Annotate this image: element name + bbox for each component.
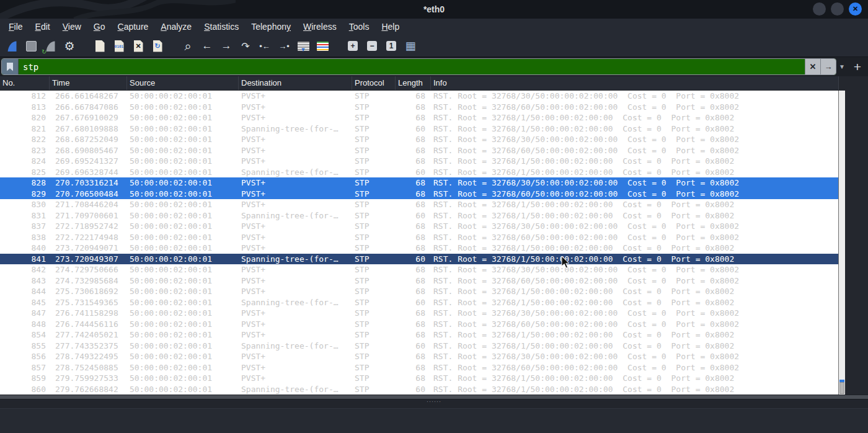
packet-row-857[interactable]: 857278.75245088550:00:00:02:00:01PVST+ST… [0,362,839,373]
packet-row-830[interactable]: 830271.70844620450:00:00:02:00:01PVST+ST… [0,199,839,210]
display-filter-input[interactable] [19,62,805,72]
reload-file-button[interactable]: ↻ [149,38,166,54]
display-filter-field: ✕ → [1,58,836,75]
cell-source: 50:00:00:02:00:01 [127,91,239,102]
column-header-destination[interactable]: Destination [239,76,352,90]
cell-info: RST. Root = 32768/1/50:00:00:02:00:00 Co… [431,373,839,384]
packet-row-840[interactable]: 840273.72094907150:00:00:02:00:01PVST+ST… [0,243,839,254]
menu-edit[interactable]: Edit [29,19,56,35]
splitter-handle[interactable]: ······ [0,399,868,404]
cell-source: 50:00:00:02:00:01 [127,199,239,210]
packet-row-842[interactable]: 842274.72975066650:00:00:02:00:01PVST+ST… [0,264,839,275]
cell-length: 60 [396,384,431,395]
packet-row-820[interactable]: 820267.67691002950:00:00:02:00:01PVST+ST… [0,112,839,123]
packet-row-855[interactable]: 855277.74335237550:00:00:02:00:01Spannin… [0,341,839,352]
packet-row-825[interactable]: 825269.69632874450:00:00:02:00:01Spannin… [0,167,839,178]
cell-destination: Spanning-tree-(for-… [239,297,352,308]
menu-go[interactable]: Go [87,19,112,35]
packet-row-828[interactable]: 828270.70331621450:00:00:02:00:01PVST+ST… [0,177,839,189]
zoom-100-button[interactable]: 1 [383,38,399,54]
packet-row-843[interactable]: 843274.73298568450:00:00:02:00:01PVST+ST… [0,275,839,287]
menu-help[interactable]: Help [375,19,405,35]
packet-row-812[interactable]: 812266.66164826750:00:00:02:00:01PVST+ST… [0,91,839,102]
packet-row-829[interactable]: 829270.70650048450:00:00:02:00:01PVST+ST… [0,189,839,200]
column-header-protocol[interactable]: Protocol [352,76,396,90]
column-header-length[interactable]: Length [396,76,431,90]
menu-analyze[interactable]: Analyze [154,19,198,35]
cell-no: 813 [0,102,50,113]
packet-row-860[interactable]: 860279.76266884250:00:00:02:00:01Spannin… [0,384,839,395]
menu-view[interactable]: View [56,19,87,35]
menu-wireless[interactable]: Wireless [297,19,343,35]
cell-source: 50:00:00:02:00:01 [127,189,239,200]
next-packet-button[interactable]: →• [276,38,292,54]
packet-row-822[interactable]: 822268.68725204950:00:00:02:00:01PVST+ST… [0,134,839,145]
autoscroll-button[interactable]: ▼ [295,38,311,54]
start-capture-button[interactable] [4,38,20,54]
open-file-button[interactable] [92,38,108,54]
filter-clear-button[interactable]: ✕ [805,59,820,74]
packet-row-854[interactable]: 854277.74240502150:00:00:02:00:01PVST+ST… [0,329,839,341]
cell-length: 60 [396,123,431,135]
go-forward-button[interactable]: → [218,38,234,54]
packet-row-859[interactable]: 859279.75992753350:00:00:02:00:01PVST+ST… [0,373,839,384]
go-to-packet-button[interactable]: ↷ [237,38,254,54]
packet-row-841[interactable]: 841273.72094930750:00:00:02:00:01Spannin… [0,254,839,265]
packet-row-831[interactable]: 831271.70970060150:00:00:02:00:01Spannin… [0,210,839,221]
filter-add-button[interactable]: + [851,60,864,74]
menu-telephony[interactable]: Telephony [245,19,297,35]
packet-row-838[interactable]: 838272.72217494850:00:00:02:00:01PVST+ST… [0,232,839,243]
vertical-scrollbar[interactable] [838,91,845,395]
column-header-no[interactable]: No. [0,76,50,90]
packet-row-848[interactable]: 848276.74445611650:00:00:02:00:01PVST+ST… [0,319,839,330]
packet-row-823[interactable]: 823268.69080546750:00:00:02:00:01PVST+ST… [0,145,839,156]
zoom-in-button[interactable]: + [345,38,361,54]
cell-time: 278.752450885 [50,362,127,373]
previous-packet-button[interactable]: •← [257,38,273,54]
zoom-out-button[interactable]: − [364,38,380,54]
filter-bookmark-button[interactable] [2,59,19,74]
cell-time: 277.743352375 [50,341,127,352]
minimize-button[interactable] [813,2,826,16]
menu-capture[interactable]: Capture [112,19,155,35]
capture-options-button[interactable]: ⚙ [61,38,78,54]
column-header-info[interactable]: Info [431,76,839,90]
menu-statistics[interactable]: Statistics [198,19,245,35]
menu-file[interactable]: File [2,19,29,35]
scrollbar-thumb[interactable] [839,382,844,394]
column-header-time[interactable]: Time [50,76,127,90]
close-button[interactable]: ✕ [849,2,862,16]
go-back-button[interactable]: ← [199,38,215,54]
cell-protocol: STP [352,308,396,319]
cell-length: 68 [396,102,431,113]
packet-row-813[interactable]: 813266.66784708650:00:00:02:00:01PVST+ST… [0,102,839,113]
restart-capture-button[interactable]: ↻ [42,38,58,54]
resize-columns-button[interactable]: ▦ [402,38,418,54]
cell-time: 271.709700601 [50,210,127,221]
cell-no: 828 [0,177,50,189]
packet-row-837[interactable]: 837272.71895274250:00:00:02:00:01PVST+ST… [0,221,839,232]
column-header-source[interactable]: Source [127,76,239,90]
cell-protocol: STP [352,275,396,287]
close-file-button[interactable]: ✕ [130,38,146,54]
packet-row-847[interactable]: 847276.74115829850:00:00:02:00:01PVST+ST… [0,308,839,319]
packet-row-845[interactable]: 845275.73154936550:00:00:02:00:01Spannin… [0,297,839,308]
cell-info: RST. Root = 32768/1/50:00:00:02:00:00 Co… [431,243,839,254]
packet-row-824[interactable]: 824269.69524132750:00:00:02:00:01PVST+ST… [0,156,839,167]
packet-row-844[interactable]: 844275.73061869250:00:00:02:00:01PVST+ST… [0,286,839,297]
packet-row-856[interactable]: 856278.74932249550:00:00:02:00:01PVST+ST… [0,351,839,362]
cell-destination: PVST+ [239,145,352,156]
maximize-button[interactable] [831,2,844,16]
cell-time: 266.667847086 [50,102,127,113]
save-file-button[interactable]: 0101 [111,38,127,54]
stop-capture-button[interactable] [23,38,39,54]
menu-tools[interactable]: Tools [343,19,376,35]
filter-apply-button[interactable]: → [820,59,836,74]
find-packet-button[interactable]: ⌕ [180,38,196,54]
cell-no: 821 [0,123,50,135]
cell-length: 60 [396,167,431,178]
colorize-button[interactable] [314,38,330,54]
packet-row-821[interactable]: 821267.68010988850:00:00:02:00:01Spannin… [0,123,839,135]
filter-history-dropdown[interactable]: ▼ [837,63,847,70]
cell-no: 829 [0,189,50,200]
